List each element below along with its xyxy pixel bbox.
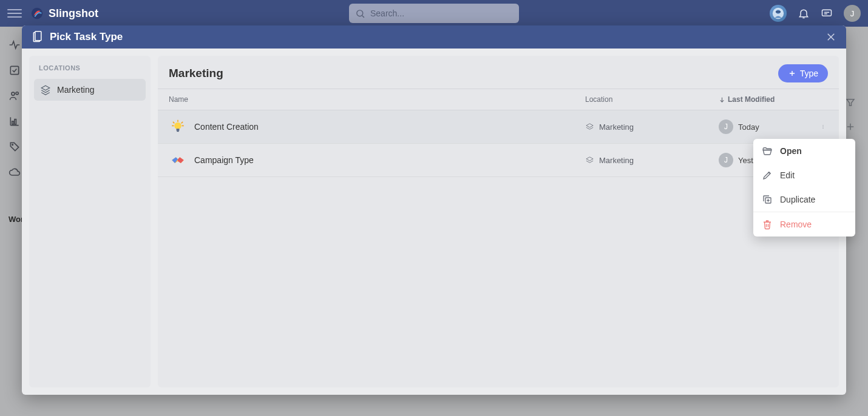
row-location: Marketing	[585, 156, 719, 165]
row-modified: J Today	[719, 119, 828, 134]
help-avatar-icon[interactable]	[770, 5, 787, 22]
svg-rect-6	[822, 10, 832, 16]
svg-point-28	[174, 122, 181, 129]
row-name: Content Creation	[194, 122, 585, 132]
menu-edit[interactable]: Edit	[753, 163, 855, 187]
add-type-button[interactable]: Type	[778, 64, 828, 82]
svg-line-33	[181, 122, 183, 123]
row-location-label: Marketing	[599, 156, 634, 165]
svg-point-38	[822, 126, 823, 127]
row-name: Campaign Type	[194, 155, 585, 165]
brand: Slingshot	[30, 7, 98, 20]
type-button-label: Type	[800, 69, 818, 78]
svg-rect-29	[177, 129, 180, 130]
svg-point-39	[822, 128, 823, 129]
col-location[interactable]: Location	[585, 95, 719, 104]
svg-rect-21	[35, 32, 41, 41]
document-icon	[32, 31, 44, 43]
location-item-marketing[interactable]: Marketing	[34, 79, 146, 101]
brand-logo-icon	[30, 7, 44, 20]
handshake-icon	[169, 151, 187, 169]
brand-name: Slingshot	[49, 7, 98, 20]
bulb-icon	[169, 118, 187, 136]
row-location-label: Marketing	[599, 122, 634, 132]
row-context-menu: Open Edit Duplicate Remove	[753, 139, 855, 237]
menu-duplicate[interactable]: Duplicate	[753, 187, 855, 212]
menu-open-label: Open	[780, 146, 802, 156]
menu-remove[interactable]: Remove	[753, 212, 855, 237]
search-icon	[355, 8, 365, 19]
stack-icon	[585, 122, 594, 132]
col-name[interactable]: Name	[169, 95, 585, 104]
locations-heading: LOCATIONS	[34, 64, 146, 79]
stack-icon	[40, 84, 51, 95]
svg-rect-30	[177, 131, 178, 132]
hamburger-menu-icon[interactable]	[7, 6, 22, 21]
svg-line-2	[362, 15, 364, 17]
plus-icon	[788, 69, 796, 78]
chat-icon[interactable]	[821, 7, 833, 19]
menu-remove-label: Remove	[780, 220, 812, 229]
nav-right-group: J	[770, 5, 861, 22]
menu-open[interactable]: Open	[753, 139, 855, 163]
locations-panel: LOCATIONS Marketing	[29, 56, 151, 387]
location-label: Marketing	[57, 85, 94, 95]
col-modified[interactable]: Last Modified	[719, 95, 828, 104]
col-modified-label: Last Modified	[728, 95, 775, 104]
table-row[interactable]: Campaign Type Marketing J Yesterday	[158, 144, 839, 177]
svg-point-1	[357, 10, 363, 16]
folder-open-icon	[762, 146, 773, 156]
pick-task-type-modal: Pick Task Type LOCATIONS Marketing Marke…	[22, 25, 846, 395]
modal-body: LOCATIONS Marketing Marketing Type Name …	[22, 49, 846, 395]
svg-point-37	[822, 125, 823, 126]
svg-line-32	[173, 122, 174, 123]
svg-marker-36	[586, 123, 593, 127]
modal-title: Pick Task Type	[50, 31, 123, 43]
content-title: Marketing	[169, 67, 223, 80]
row-location: Marketing	[585, 122, 719, 132]
duplicate-icon	[762, 194, 773, 205]
svg-marker-24	[41, 86, 50, 90]
close-icon[interactable]	[826, 32, 836, 42]
row-avatar: J	[719, 119, 733, 134]
search-bar[interactable]	[349, 4, 519, 23]
user-avatar[interactable]: J	[844, 5, 861, 22]
content-panel: Marketing Type Name Location Last Modifi…	[158, 56, 839, 387]
sort-desc-icon	[719, 96, 725, 103]
content-header: Marketing Type	[158, 56, 839, 89]
modal-header: Pick Task Type	[22, 25, 846, 49]
kebab-icon[interactable]	[818, 122, 828, 132]
stack-icon	[585, 156, 594, 165]
search-input[interactable]	[370, 8, 513, 18]
table-body: Content Creation Marketing J Today	[158, 110, 839, 387]
table-header: Name Location Last Modified	[158, 89, 839, 110]
table-row[interactable]: Content Creation Marketing J Today	[158, 110, 839, 144]
bell-icon[interactable]	[798, 7, 810, 19]
menu-edit-label: Edit	[780, 170, 795, 180]
pencil-icon	[762, 170, 773, 181]
trash-icon	[762, 219, 773, 230]
top-navbar: Slingshot J	[0, 0, 868, 27]
svg-rect-5	[776, 11, 781, 13]
menu-duplicate-label: Duplicate	[780, 195, 815, 204]
row-modified-label: Today	[738, 122, 759, 132]
row-avatar: J	[719, 153, 733, 167]
svg-marker-40	[586, 156, 593, 160]
